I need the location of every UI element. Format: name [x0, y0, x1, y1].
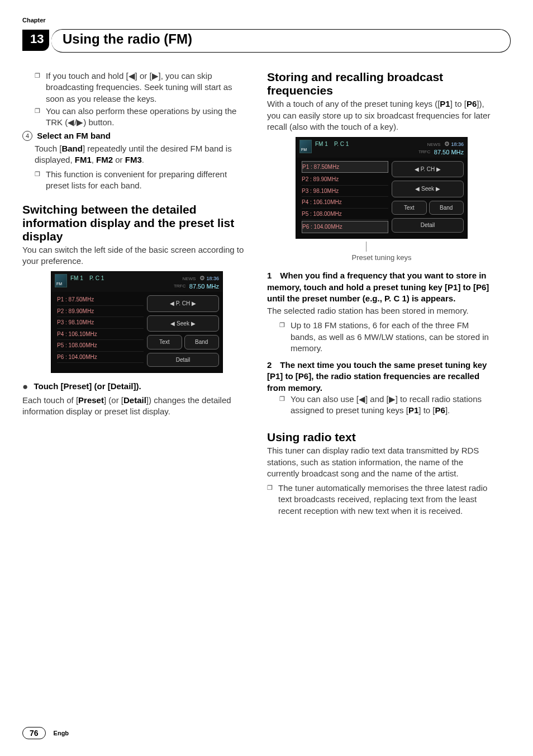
action-instruction: Touch [Preset] (or [Detail]).	[34, 381, 141, 391]
left-column: If you touch and hold [◀] or [▶], you ca…	[22, 70, 251, 518]
preset-row[interactable]: P1 : 87.50MHz	[302, 161, 388, 173]
language-code: Engb	[54, 730, 69, 736]
preset-row[interactable]: P6 : 104.00MHz	[302, 221, 388, 233]
chapter-number: 13	[22, 30, 49, 51]
radio-screenshot-2: FM 1 P. C 1 NEWS ⚙ 18:36 TRFC 87.50 MHz …	[296, 137, 468, 239]
section-heading-radiotext: Using radio text	[267, 431, 496, 444]
page-footer: 76 Engb	[22, 727, 69, 739]
detail-button[interactable]: Detail	[147, 353, 219, 367]
preset-row[interactable]: P1 : 87.50MHz	[57, 294, 144, 306]
fm-icon	[299, 140, 312, 153]
preset-row[interactable]: P5 : 108.00MHz	[57, 340, 144, 352]
bullet-icon: ●	[22, 381, 28, 392]
fm-icon	[55, 274, 67, 287]
chapter-header: 13 Using the radio (FM)	[22, 29, 511, 51]
note-item: If you touch and hold [◀] or [▶], you ca…	[35, 70, 251, 105]
note-item: This function is convenient for preparin…	[35, 169, 251, 192]
seek-button[interactable]: ◀ Seek ▶	[147, 315, 219, 332]
gear-icon: ⚙	[444, 140, 450, 147]
preset-row[interactable]: P6 : 104.00MHz	[57, 352, 144, 363]
action-body: Each touch of [Preset] (or [Detail]) cha…	[22, 395, 251, 418]
chapter-title: Using the radio (FM)	[63, 31, 192, 47]
band-indicator: FM 1	[70, 275, 83, 281]
clock: 18:36	[206, 276, 219, 281]
step-number-icon: 4	[22, 131, 32, 141]
preset-row[interactable]: P2 : 89.90MHz	[302, 174, 388, 186]
band-button[interactable]: Band	[184, 335, 220, 349]
band-indicator: FM 1	[315, 141, 328, 147]
preset-indicator: P. C 1	[89, 275, 104, 281]
section-heading-storing: Storing and recalling broadcast frequenc…	[267, 70, 496, 97]
page-number: 76	[22, 727, 46, 739]
preset-row[interactable]: P4 : 106.10MHz	[302, 197, 388, 209]
trfc-indicator: TRFC	[418, 149, 430, 154]
news-indicator: NEWS	[182, 276, 196, 281]
gear-icon: ⚙	[199, 275, 205, 281]
preset-row[interactable]: P3 : 98.10MHz	[302, 186, 388, 197]
note-item: Up to 18 FM stations, 6 for each of the …	[279, 320, 496, 354]
section-body: You can switch the left side of the basi…	[22, 244, 251, 267]
preset-row[interactable]: P2 : 89.90MHz	[57, 306, 144, 318]
preset-row[interactable]: P4 : 106.10MHz	[57, 329, 144, 341]
preset-row[interactable]: P3 : 98.10MHz	[57, 317, 144, 329]
step-body: The selected radio station has been stor…	[267, 305, 496, 316]
band-button[interactable]: Band	[429, 201, 464, 215]
frequency-display: 87.50 MHz	[189, 283, 219, 290]
frequency-display: 87.50 MHz	[434, 149, 464, 155]
preset-row[interactable]: P5 : 108.00MHz	[302, 209, 388, 220]
detail-button[interactable]: Detail	[392, 218, 464, 233]
news-indicator: NEWS	[427, 142, 440, 147]
preset-indicator: P. C 1	[334, 141, 349, 147]
section-body: This tuner can display radio text data t…	[267, 445, 496, 479]
section-body: With a touch of any of the preset tuning…	[267, 98, 496, 133]
numbered-step-1: 1 When you find a frequency that you wan…	[267, 270, 496, 304]
clock: 18:36	[451, 141, 464, 147]
step-body: Touch [Band] repeatedly until the desire…	[22, 143, 251, 166]
trfc-indicator: TRFC	[174, 284, 185, 289]
seek-button[interactable]: ◀ Seek ▶	[392, 181, 464, 197]
note-item: You can also perform these operations by…	[35, 106, 251, 129]
step-title: Select an FM band	[37, 131, 111, 140]
text-button[interactable]: Text	[147, 335, 182, 349]
chapter-label: Chapter	[22, 17, 46, 23]
pch-button[interactable]: ◀ P. CH ▶	[147, 295, 219, 312]
screenshot-caption: Preset tuning keys	[267, 253, 496, 263]
note-text: You can also perform these operations by…	[46, 106, 236, 127]
note-item: The tuner automatically memorises the th…	[267, 483, 496, 517]
numbered-step-2: 2 The next time you touch the same prese…	[267, 360, 496, 394]
callout-line	[366, 242, 367, 252]
radio-screenshot: FM 1 P. C 1 NEWS ⚙ 18:36 TRFC 87.50 MHz …	[51, 271, 223, 373]
text-button[interactable]: Text	[392, 201, 427, 215]
right-column: Storing and recalling broadcast frequenc…	[267, 70, 496, 518]
pch-button[interactable]: ◀ P. CH ▶	[392, 161, 464, 178]
note-item: You can also use [◀] and [▶] to recall r…	[279, 394, 496, 417]
section-heading-switching: Switching between the detailed informati…	[22, 203, 251, 243]
